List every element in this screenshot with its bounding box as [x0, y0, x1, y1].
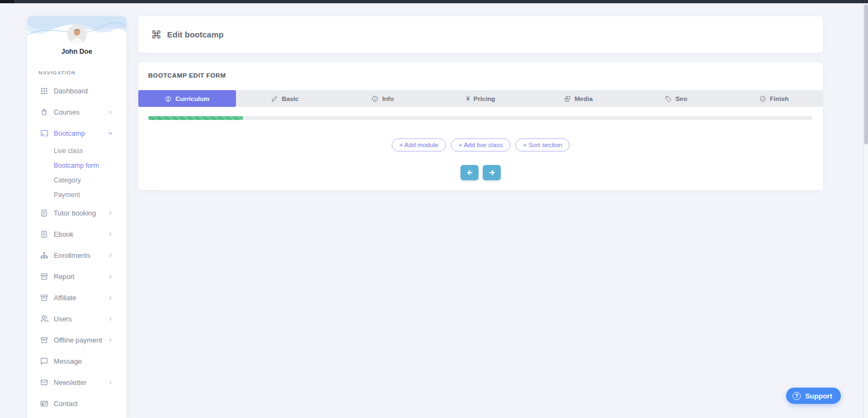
sidebar-item-report[interactable]: Report — [27, 266, 126, 287]
users-icon — [40, 315, 48, 323]
archive-icon — [40, 294, 48, 302]
sidebar-item-label: Affiliate — [54, 294, 107, 302]
sidebar-item-label: Message — [54, 357, 113, 365]
tab-seo[interactable]: Seo — [627, 90, 725, 107]
file-text-icon — [40, 209, 48, 217]
form-title: BOOTCAMP EDIT FORM — [148, 72, 226, 79]
tab-label: Info — [382, 95, 394, 103]
form-tabs: Curriculum Basic Info ¥ Pricing Media Se… — [138, 90, 823, 107]
chevron-right-icon — [107, 295, 113, 301]
chevron-right-icon — [107, 210, 113, 216]
tab-info[interactable]: Info — [334, 90, 432, 107]
sidebar-item-newsletter[interactable]: Newsletter — [27, 372, 126, 393]
chevron-right-icon — [107, 379, 113, 385]
question-icon: ? — [793, 392, 801, 400]
archive-icon — [40, 273, 48, 281]
sidebar-subitem-payment[interactable]: Payment — [27, 188, 126, 202]
tab-label: Curriculum — [175, 95, 209, 103]
cast-icon — [40, 129, 48, 137]
sidebar-subitem-live-class[interactable]: Live class — [27, 144, 126, 159]
chat-icon — [40, 357, 48, 365]
info-icon — [372, 96, 378, 102]
tab-finish[interactable]: Finish — [725, 90, 823, 107]
sidebar-item-bootcamp[interactable]: Bootcamp — [27, 123, 126, 144]
progress-fill — [148, 116, 243, 120]
arrow-right-icon — [488, 169, 496, 176]
sidebar-subitem-bootcamp-form[interactable]: Bootcamp form — [27, 159, 126, 173]
progress-bar — [148, 116, 813, 120]
chevron-right-icon — [107, 252, 113, 258]
sort-section-button[interactable]: + Sort section — [515, 138, 570, 151]
support-label: Support — [805, 392, 832, 400]
wizard-nav-buttons — [138, 165, 823, 180]
sidebar-item-label: Ebook — [54, 230, 107, 238]
chevron-right-icon — [107, 337, 113, 343]
page-title: Edit bootcamp — [167, 30, 224, 39]
page-scrollbar[interactable] — [863, 3, 868, 418]
user-name: John Doe — [27, 48, 126, 55]
yen-icon: ¥ — [466, 96, 470, 102]
tab-pricing[interactable]: ¥ Pricing — [432, 90, 529, 107]
previous-step-button[interactable] — [461, 165, 478, 180]
sidebar-item-label: Bootcamp — [54, 129, 107, 137]
next-step-button[interactable] — [483, 165, 501, 180]
sidebar-item-affiliate[interactable]: Affiliate — [27, 287, 126, 308]
sidebar-item-label: Report — [54, 273, 107, 281]
file-text-icon — [40, 230, 48, 238]
sitemap-icon — [40, 251, 48, 259]
chevron-right-icon — [107, 316, 113, 322]
tag-icon — [665, 96, 672, 102]
command-icon: ⌘ — [151, 29, 162, 40]
browser-top-strip — [0, 0, 868, 3]
sidebar: John Doe NAVIGATION Dashboard Courses Bo… — [27, 16, 126, 418]
sidebar-item-label: Newsletter — [54, 378, 107, 387]
mail-icon — [40, 378, 48, 387]
check-circle-icon — [760, 96, 766, 102]
nav-section-label: NAVIGATION — [39, 69, 126, 75]
sidebar-item-tutor-booking[interactable]: Tutor booking — [27, 202, 126, 224]
sidebar-item-label: Users — [54, 315, 107, 323]
sidebar-nav: Dashboard Courses Bootcamp Live class Bo… — [27, 80, 126, 414]
tab-media[interactable]: Media — [529, 90, 627, 107]
grid-icon — [40, 87, 48, 95]
sidebar-item-courses[interactable]: Courses — [27, 102, 126, 123]
sidebar-item-label: Enrollments — [54, 251, 107, 259]
tab-curriculum[interactable]: Curriculum — [138, 90, 236, 107]
sidebar-item-users[interactable]: Users — [27, 308, 126, 330]
sidebar-item-message[interactable]: Message — [27, 351, 126, 372]
tab-label: Seo — [675, 95, 687, 103]
sidebar-item-enrollments[interactable]: Enrollments — [27, 245, 126, 266]
tab-label: Finish — [770, 95, 789, 103]
sidebar-subitem-category[interactable]: Category — [27, 173, 126, 188]
pen-icon — [271, 96, 278, 102]
tab-label: Basic — [282, 95, 298, 103]
sidebar-item-label: Courses — [54, 108, 107, 116]
browser-top-strip-corner — [0, 0, 14, 3]
page-header-card: ⌘ Edit bootcamp — [138, 16, 823, 53]
sidebar-item-offline-payment[interactable]: Offline payment — [27, 330, 126, 351]
sidebar-item-label: Contact — [54, 400, 113, 408]
sidebar-item-contact[interactable]: Contact — [27, 393, 126, 414]
id-card-icon — [40, 400, 48, 408]
arrow-left-icon — [466, 169, 474, 176]
chevron-down-icon — [107, 130, 113, 136]
chevron-right-icon — [107, 109, 113, 115]
sidebar-item-label: Tutor booking — [54, 209, 107, 217]
curriculum-actions: + Add module + Add live class + Sort sec… — [138, 138, 823, 151]
sidebar-item-dashboard[interactable]: Dashboard — [27, 80, 126, 102]
tab-label: Media — [575, 95, 592, 103]
add-module-button[interactable]: + Add module — [392, 138, 446, 151]
archive-icon — [40, 336, 48, 344]
tab-basic[interactable]: Basic — [236, 90, 334, 107]
images-icon — [564, 96, 571, 102]
sidebar-item-label: Dashboard — [54, 87, 113, 95]
tab-label: Pricing — [474, 95, 495, 103]
add-live-class-button[interactable]: + Add live class — [451, 138, 510, 151]
scrollbar-thumb[interactable] — [864, 4, 868, 144]
sidebar-item-ebook[interactable]: Ebook — [27, 224, 126, 245]
support-button[interactable]: ? Support — [786, 388, 841, 404]
bootcamp-edit-form-card: BOOTCAMP EDIT FORM Curriculum Basic Info… — [138, 62, 823, 190]
chevron-right-icon — [107, 274, 113, 280]
avatar[interactable] — [67, 24, 87, 44]
sidebar-item-label: Offline payment — [54, 336, 107, 344]
